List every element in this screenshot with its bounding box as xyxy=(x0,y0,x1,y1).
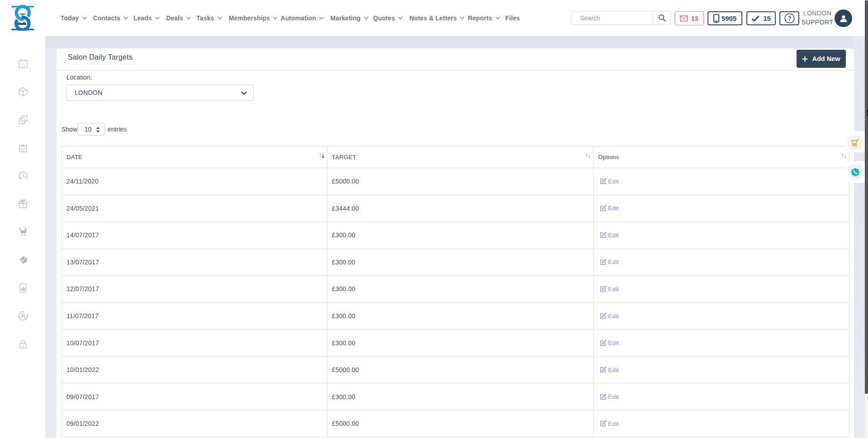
svg-text:?: ? xyxy=(788,15,791,22)
svg-text:12: 12 xyxy=(21,63,25,67)
